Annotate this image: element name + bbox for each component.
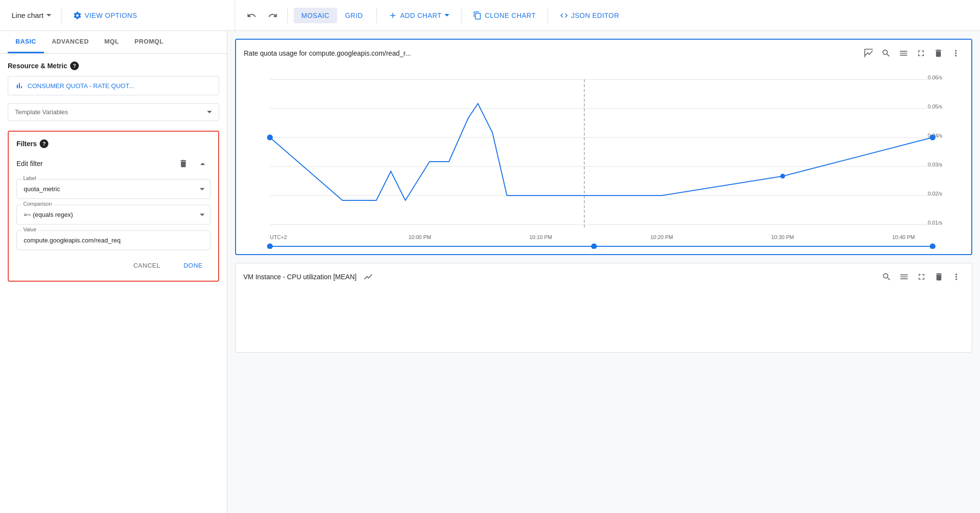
filters-box: Filters ? Edit filter bbox=[8, 131, 219, 282]
resource-metric-help-icon[interactable]: ? bbox=[70, 61, 79, 70]
chart-card-1: Rate quota usage for compute.googleapis.… bbox=[235, 39, 972, 255]
clone-chart-button[interactable]: CLONE CHART bbox=[467, 7, 542, 24]
svg-text:10:30 PM: 10:30 PM bbox=[771, 234, 794, 240]
gear-icon bbox=[73, 11, 82, 20]
toolbar-left: Line chart VIEW OPTIONS bbox=[8, 0, 235, 30]
chart-type-selector[interactable]: Line chart bbox=[8, 8, 55, 22]
comparison-select[interactable]: =~ (equals regex) bbox=[16, 205, 210, 225]
redo-icon bbox=[268, 11, 278, 20]
tab-mql[interactable]: MQL bbox=[97, 31, 127, 53]
chart2-legend-button[interactable] bbox=[896, 269, 912, 285]
toolbar-separator-5 bbox=[548, 8, 548, 23]
toolbar-separator-4 bbox=[461, 8, 461, 23]
chart1-mid-dot bbox=[780, 174, 785, 179]
chart1-more-button[interactable] bbox=[948, 45, 964, 61]
chart2-sparkline-button[interactable] bbox=[360, 269, 376, 285]
tab-promql[interactable]: PROMQL bbox=[127, 31, 171, 53]
chart1-fullscreen-button[interactable] bbox=[913, 45, 929, 61]
delete-filter-button[interactable] bbox=[176, 156, 191, 171]
chart-type-label: Line chart bbox=[12, 11, 44, 19]
code-icon bbox=[560, 11, 568, 20]
comparison-select-wrapper: =~ (equals regex) bbox=[16, 205, 210, 225]
chart-1-area: 0.06/s 0.05/s 0.04/s 0.03/s 0.02/s 0.01/… bbox=[236, 61, 971, 254]
done-button[interactable]: DONE bbox=[176, 258, 210, 273]
filters-label: Filters bbox=[16, 140, 37, 148]
main-layout: BASIC ADVANCED MQL PROMQL Resource & Met… bbox=[0, 31, 980, 513]
add-chart-chevron-icon bbox=[445, 14, 449, 16]
edit-filter-title: Edit filter bbox=[16, 160, 43, 167]
svg-text:UTC+2: UTC+2 bbox=[270, 234, 287, 240]
label-select[interactable]: quota_metric bbox=[16, 179, 210, 199]
tab-basic[interactable]: BASIC bbox=[8, 31, 44, 53]
mosaic-mode-button[interactable]: MOSAIC bbox=[294, 8, 337, 23]
add-chart-button[interactable]: ADD CHART bbox=[383, 7, 455, 24]
svg-text:10:20 PM: 10:20 PM bbox=[650, 234, 673, 240]
chart2-line-icon bbox=[363, 272, 373, 282]
undo-button[interactable] bbox=[243, 7, 260, 24]
chart-1-title: Rate quota usage for compute.googleapis.… bbox=[244, 49, 411, 57]
redo-button[interactable] bbox=[264, 7, 282, 24]
resource-metric-section: Resource & Metric ? bbox=[8, 61, 219, 70]
right-panel: Rate quota usage for compute.googleapis.… bbox=[227, 31, 980, 513]
chart1-sparkline-button[interactable] bbox=[861, 45, 876, 61]
chart-2-actions bbox=[879, 269, 964, 285]
chart1-delete-button[interactable] bbox=[931, 45, 946, 61]
chevron-down-icon bbox=[46, 14, 51, 16]
tab-advanced[interactable]: ADVANCED bbox=[44, 31, 97, 53]
view-mode-group: MOSAIC GRID bbox=[294, 8, 371, 23]
svg-text:10:00 PM: 10:00 PM bbox=[408, 234, 431, 240]
chart-2-body bbox=[236, 285, 972, 352]
add-chart-label: ADD CHART bbox=[400, 12, 442, 19]
collapse-filter-button[interactable] bbox=[195, 156, 210, 171]
toolbar-right: MOSAIC GRID ADD CHART CLONE CHART JSON E… bbox=[243, 7, 972, 24]
chart-2-title: VM Instance - CPU utilization [MEAN] bbox=[243, 273, 356, 281]
filters-help-icon[interactable]: ? bbox=[40, 139, 48, 148]
panel-content: Resource & Metric ? CONSUMER QUOTA - RAT… bbox=[0, 54, 227, 289]
comparison-field-label: Comparison bbox=[21, 201, 54, 207]
chart-1-svg: 0.06/s 0.05/s 0.04/s 0.03/s 0.02/s 0.01/… bbox=[244, 65, 964, 249]
value-field-label: Value bbox=[21, 226, 38, 232]
label-field-group: Label quota_metric bbox=[16, 179, 210, 199]
template-variables-dropdown[interactable]: Template Variables bbox=[8, 103, 219, 121]
template-vars-chevron-icon bbox=[207, 111, 212, 113]
filter-buttons: CANCEL DONE bbox=[16, 258, 210, 273]
resource-metric-label: Resource & Metric bbox=[8, 62, 67, 70]
more-vert-icon bbox=[951, 48, 961, 58]
delete-icon bbox=[934, 48, 943, 58]
cancel-button[interactable]: CANCEL bbox=[126, 258, 168, 273]
chart2-more-icon bbox=[951, 272, 961, 282]
chart2-delete-icon bbox=[934, 272, 944, 282]
view-options-button[interactable]: VIEW OPTIONS bbox=[67, 8, 143, 23]
json-editor-button[interactable]: JSON EDITOR bbox=[554, 7, 625, 24]
edit-filter-header: Edit filter bbox=[16, 156, 210, 171]
chevron-up-icon bbox=[200, 163, 205, 165]
metric-selector-button[interactable]: CONSUMER QUOTA - RATE QUOT... bbox=[8, 76, 219, 95]
grid-mode-button[interactable]: GRID bbox=[337, 8, 371, 23]
label-select-wrapper: quota_metric bbox=[16, 179, 210, 199]
chart-1-header: Rate quota usage for compute.googleapis.… bbox=[236, 40, 971, 61]
json-editor-label: JSON EDITOR bbox=[571, 12, 619, 19]
template-vars-label: Template Variables bbox=[15, 108, 68, 116]
chart2-delete-button[interactable] bbox=[931, 269, 947, 285]
chart1-legend-button[interactable] bbox=[896, 45, 911, 61]
toolbar-separator-2 bbox=[287, 8, 288, 23]
plus-icon bbox=[388, 11, 397, 20]
bar-chart-icon bbox=[15, 81, 24, 90]
chart1-search-button[interactable] bbox=[878, 45, 894, 61]
chart1-right-dot bbox=[930, 135, 935, 140]
left-panel: BASIC ADVANCED MQL PROMQL Resource & Met… bbox=[0, 31, 227, 513]
undo-icon bbox=[247, 11, 256, 20]
trash-icon bbox=[178, 159, 188, 168]
chart2-more-button[interactable] bbox=[949, 269, 964, 285]
edit-filter-actions bbox=[176, 156, 210, 171]
chart2-legend-icon bbox=[899, 272, 909, 282]
search-icon bbox=[881, 48, 891, 58]
chart2-fullscreen-button[interactable] bbox=[914, 269, 929, 285]
svg-text:10:40 PM: 10:40 PM bbox=[892, 234, 915, 240]
filters-section: Filters ? bbox=[16, 139, 210, 148]
legend-icon bbox=[899, 48, 908, 58]
chart2-search-button[interactable] bbox=[879, 269, 894, 285]
svg-text:10:10 PM: 10:10 PM bbox=[529, 234, 552, 240]
edit-filter-panel: Edit filter bbox=[16, 156, 210, 273]
value-input[interactable] bbox=[16, 230, 210, 250]
